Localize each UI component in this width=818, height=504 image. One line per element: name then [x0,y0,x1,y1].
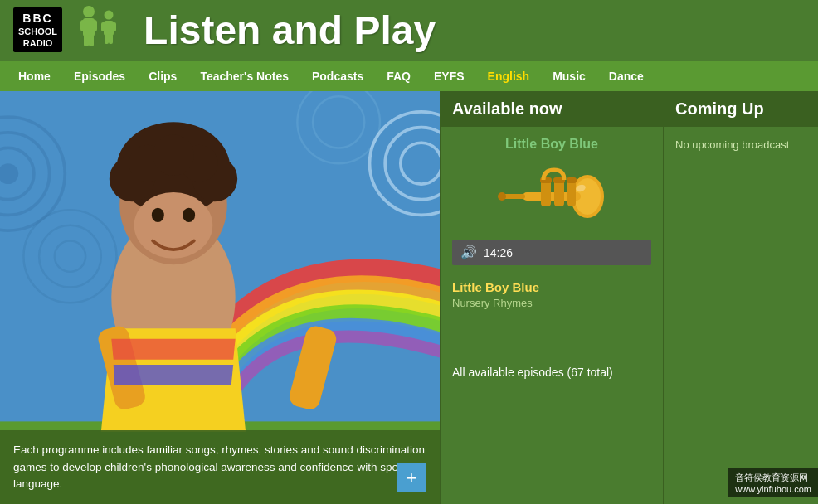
svg-rect-9 [112,22,116,32]
coming-up-header: Coming Up [664,91,818,127]
nav-home[interactable]: Home [7,63,62,90]
episode-info: Little Boy Blue Nursery Rhymes [441,269,663,316]
episode-title-link[interactable]: Little Boy Blue [441,127,663,157]
trumpet-image [441,157,663,236]
main-nav: Home Episodes Clips Teacher's Notes Podc… [0,60,818,91]
silhouettes-decoration [72,3,130,56]
all-episodes-label: All available episodes [452,366,564,379]
nav-english[interactable]: English [476,63,542,90]
svg-point-49 [498,192,506,201]
watermark-text: 音符侯教育资源网 [735,472,811,484]
page-title: Listen and Play [144,7,436,53]
episode-name[interactable]: Little Boy Blue [452,280,651,294]
nav-teachers-notes[interactable]: Teacher's Notes [188,63,300,90]
svg-rect-42 [541,180,551,206]
bbc-logo: BBC SCHOOL RADIO [13,7,62,53]
nav-podcasts[interactable]: Podcasts [300,63,375,90]
svg-rect-44 [567,180,576,206]
nav-eyfs[interactable]: EYFS [422,63,476,90]
nav-clips[interactable]: Clips [137,63,188,90]
svg-rect-4 [84,35,89,46]
svg-rect-43 [554,180,564,206]
watermark-url: www.yinfuhou.com [735,484,811,494]
nav-music[interactable]: Music [541,63,597,90]
hero-description-text: Each programme includes familiar songs, … [13,442,426,492]
svg-rect-10 [105,34,109,44]
hero-description-box: Each programme includes familiar songs, … [0,430,440,504]
svg-rect-8 [101,22,105,32]
svg-rect-47 [567,177,577,183]
bbc-text: BBC [18,11,57,26]
bbc-radio: RADIO [18,37,57,49]
audio-player[interactable]: 🔊 14:26 [452,240,651,265]
nav-faq[interactable]: FAQ [375,63,422,90]
svg-point-36 [183,208,195,222]
svg-rect-2 [80,20,85,32]
nav-dance[interactable]: Dance [597,63,655,90]
svg-point-35 [152,208,164,222]
trumpet-svg [498,163,606,230]
available-now-panel: Available now Little Boy Blue [440,91,664,504]
coming-up-panel: Coming Up No upcoming broadcast [664,91,818,504]
available-now-header: Available now [441,91,663,127]
bbc-school: SCHOOL [18,26,57,37]
main-content: Each programme includes familiar songs, … [0,91,818,504]
svg-rect-11 [109,34,113,44]
all-episodes-count: (67 total) [567,366,613,379]
add-button[interactable]: + [397,463,426,492]
header: BBC SCHOOL RADIO Listen and Play [0,0,818,60]
watermark: 音符侯教育资源网 www.yinfuhou.com [728,468,818,497]
svg-point-6 [105,11,114,20]
all-episodes-link[interactable]: All available episodes (67 total) [441,316,663,390]
hero-panel: Each programme includes familiar songs, … [0,91,440,504]
episode-category: Nursery Rhymes [452,297,651,309]
svg-point-0 [83,6,95,17]
audio-time: 14:26 [484,246,513,259]
svg-rect-3 [92,20,97,32]
speaker-icon: 🔊 [460,245,477,260]
nav-episodes[interactable]: Episodes [62,63,137,90]
svg-rect-5 [89,35,94,46]
add-icon: + [407,464,417,492]
coming-up-content: No upcoming broadcast [664,127,818,162]
svg-point-33 [153,134,194,176]
